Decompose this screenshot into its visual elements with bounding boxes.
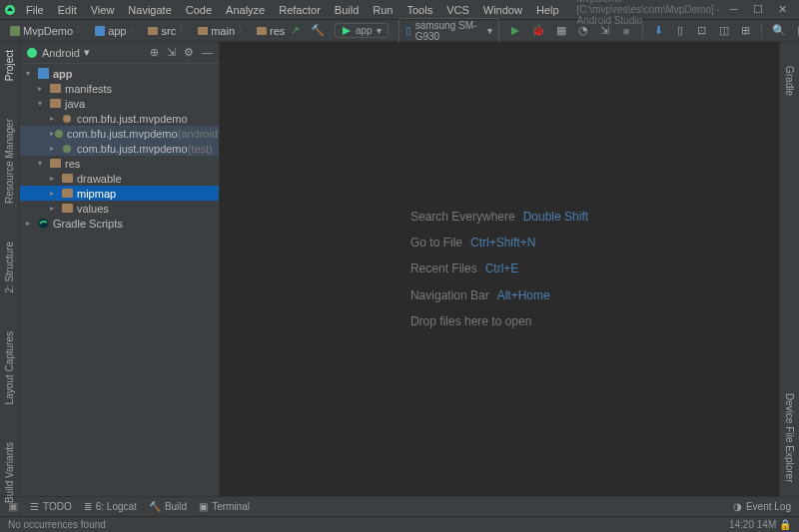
svg-rect-5: [257, 27, 267, 35]
svg-rect-16: [62, 204, 73, 213]
search-icon[interactable]: 🔍: [772, 24, 786, 38]
folder-icon: [60, 174, 74, 183]
git-update-icon[interactable]: ⬇: [653, 24, 665, 38]
tab-logcat[interactable]: ≣6: Logcat: [84, 501, 137, 512]
tree-node-res[interactable]: ▾res: [20, 156, 219, 171]
menu-code[interactable]: Code: [180, 2, 218, 18]
stop-icon[interactable]: ■: [620, 24, 632, 38]
status-message: No occurrences found: [8, 519, 106, 530]
left-tab-project[interactable]: Project: [4, 46, 15, 85]
svg-rect-9: [50, 99, 61, 108]
minimize-button[interactable]: ─: [727, 3, 741, 16]
tab-todo[interactable]: ☰TODO: [30, 501, 72, 512]
menu-refactor[interactable]: Refactor: [273, 2, 327, 18]
breadcrumb-res[interactable]: res: [253, 24, 289, 38]
breadcrumb-project[interactable]: MvpDemo〉: [6, 23, 89, 38]
layout-inspector-icon[interactable]: ◫: [718, 24, 730, 38]
device-selector[interactable]: ▯samsung SM-G930▾: [399, 18, 500, 44]
menu-view[interactable]: View: [85, 2, 121, 18]
gear-icon[interactable]: ⚙: [184, 46, 194, 59]
breadcrumb-app[interactable]: app〉: [91, 23, 142, 38]
project-header: Android ▾ ⊕ ⇲ ⚙ —: [20, 42, 219, 64]
maximize-button[interactable]: ☐: [751, 3, 765, 16]
tree-node-app[interactable]: ▾app: [20, 66, 219, 81]
left-tab-structure[interactable]: 2: Structure: [4, 238, 15, 297]
menu-edit[interactable]: Edit: [52, 2, 83, 18]
resource-manager-icon[interactable]: ⊞: [739, 24, 751, 38]
breadcrumb-src[interactable]: src〉: [144, 23, 192, 38]
hammer-icon[interactable]: 🔨: [311, 24, 325, 38]
coverage-icon[interactable]: ▦: [555, 24, 567, 38]
tree-node-package-test[interactable]: ▸com.bfu.just.mvpdemo (test): [20, 141, 219, 156]
breadcrumb: MvpDemo〉 app〉 src〉 main〉 res: [6, 23, 289, 38]
event-log-icon: ◑: [733, 501, 742, 512]
menu-run[interactable]: Run: [367, 2, 399, 18]
debug-icon[interactable]: 🐞: [531, 24, 545, 38]
hide-icon[interactable]: —: [202, 46, 213, 59]
left-tab-build-variants[interactable]: Build Variants: [4, 438, 15, 507]
todo-icon: ☰: [30, 501, 39, 512]
select-opened-file-icon[interactable]: ⊕: [150, 46, 159, 59]
project-tree[interactable]: ▾app ▸manifests ▾java ▸com.bfu.just.mvpd…: [20, 64, 219, 496]
svg-rect-4: [198, 27, 208, 35]
menu-analyze[interactable]: Analyze: [220, 2, 271, 18]
tree-node-package-androidtest[interactable]: ▸com.bfu.just.mvpdemo (androidTest): [20, 126, 219, 141]
hint-shortcut: Alt+Home: [497, 282, 550, 308]
project-tool-window: Android ▾ ⊕ ⇲ ⚙ — ▾app ▸manifests ▾java …: [20, 42, 220, 496]
svg-rect-13: [50, 159, 61, 168]
left-tab-resource-manager[interactable]: Resource Manager: [4, 115, 15, 208]
menu-navigate[interactable]: Navigate: [122, 2, 177, 18]
hint-search-everywhere: Search Everywhere: [410, 204, 515, 230]
gradle-icon: [36, 218, 50, 229]
package-icon: [54, 129, 64, 139]
tree-node-package[interactable]: ▸com.bfu.just.mvpdemo: [20, 111, 219, 126]
tree-node-java[interactable]: ▾java: [20, 96, 219, 111]
tree-node-gradle-scripts[interactable]: ▸Gradle Scripts: [20, 216, 219, 231]
lock-icon[interactable]: 🔒: [779, 519, 791, 530]
bottom-tool-tabs: ▣ ☰TODO ≣6: Logcat 🔨Build ▣Terminal ◑Eve…: [0, 496, 799, 516]
profile-icon[interactable]: ◔: [577, 24, 589, 38]
main-menu: File Edit View Navigate Code Analyze Ref…: [20, 2, 565, 18]
editor-area[interactable]: Search Everywhere Double Shift Go to Fil…: [220, 42, 779, 496]
tab-terminal[interactable]: ▣Terminal: [199, 501, 250, 512]
menu-file[interactable]: File: [20, 2, 50, 18]
menu-vcs[interactable]: VCS: [440, 2, 475, 18]
folder-icon: [48, 84, 62, 93]
tab-event-log[interactable]: ◑Event Log: [733, 501, 791, 512]
package-icon: [60, 114, 74, 124]
run-config-selector[interactable]: app▾: [335, 23, 389, 38]
svg-point-10: [63, 115, 71, 123]
right-tab-gradle[interactable]: Gradle: [784, 62, 795, 100]
status-position[interactable]: 14:20 14M: [729, 519, 776, 530]
tree-node-drawable[interactable]: ▸drawable: [20, 171, 219, 186]
menu-help[interactable]: Help: [530, 2, 565, 18]
project-view-selector[interactable]: Android ▾: [26, 46, 90, 59]
avd-icon[interactable]: ▯: [674, 24, 686, 38]
sync-icon[interactable]: ↗: [289, 24, 301, 38]
run-icon[interactable]: [509, 24, 521, 38]
right-tab-device-file-explorer[interactable]: Device File Explorer: [784, 389, 795, 486]
tree-node-values[interactable]: ▸values: [20, 201, 219, 216]
tree-node-mipmap[interactable]: ▸mipmap: [20, 186, 219, 201]
menu-window[interactable]: Window: [477, 2, 528, 18]
breadcrumb-main[interactable]: main〉: [194, 23, 251, 38]
window-controls: ─ ☐ ✕: [727, 3, 795, 16]
menu-tools[interactable]: Tools: [400, 2, 438, 18]
terminal-icon: ▣: [199, 501, 208, 512]
svg-point-12: [63, 145, 71, 153]
hint-shortcut: Double Shift: [523, 204, 588, 230]
hint-shortcut: Ctrl+E: [485, 256, 519, 281]
folder-icon: [48, 159, 62, 168]
project-header-tools: ⊕ ⇲ ⚙ —: [150, 46, 213, 59]
collapse-all-icon[interactable]: ⇲: [167, 46, 176, 59]
left-tab-layout-captures[interactable]: Layout Captures: [4, 327, 15, 408]
run-toolbar: ↗ 🔨 app▾ ▯samsung SM-G930▾ 🐞 ▦ ◔ ⇲ ■ ⬇ ▯…: [289, 18, 799, 44]
tab-build[interactable]: 🔨Build: [149, 501, 187, 512]
attach-icon[interactable]: ⇲: [598, 24, 610, 38]
main-area: Project Resource Manager 2: Structure La…: [0, 42, 799, 496]
tree-node-manifests[interactable]: ▸manifests: [20, 81, 219, 96]
sdk-icon[interactable]: ⊡: [696, 24, 708, 38]
close-button[interactable]: ✕: [775, 3, 789, 16]
app-logo-icon: [4, 3, 16, 17]
menu-build[interactable]: Build: [329, 2, 365, 18]
